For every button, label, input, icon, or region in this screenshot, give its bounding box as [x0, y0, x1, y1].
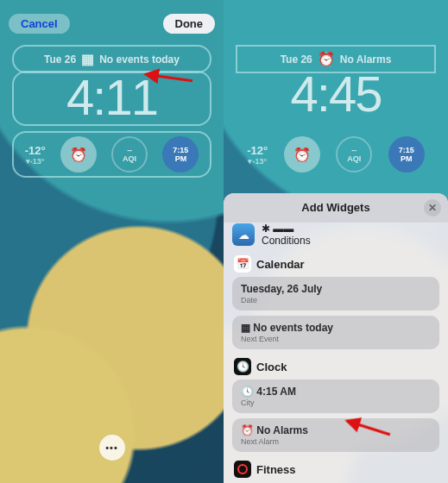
temp-low: -13 [252, 157, 263, 166]
clock-city-widget-option[interactable]: 🕓 4:15 AM City [232, 380, 439, 413]
panel-title: Add Widgets [301, 201, 369, 214]
alarm-icon: ⏰ [293, 147, 311, 163]
clock-time-slot[interactable]: 4:11 [12, 71, 211, 126]
temp-high: -12 [25, 144, 41, 157]
add-widgets-panel: Add Widgets ✕ ☁ ✱ ▬▬ Conditions 📅 Calend… [224, 193, 448, 483]
panel-header: Add Widgets ✕ [224, 193, 448, 223]
date-label: Tue 26 [44, 53, 76, 66]
widgets-slot[interactable]: -12° ▾-13° ⏰ -- AQI 7:15 PM [12, 131, 211, 178]
lockscreen-edit: Cancel Done Tue 26 ▦ No events today 4:1… [0, 0, 224, 483]
calendar-icon: ▦ [81, 51, 94, 67]
weather-label: ✱ ▬▬ [262, 223, 311, 235]
clock-time: 4:45 [236, 69, 436, 121]
calendar-app-icon: 📅 [234, 255, 251, 273]
world-clock-widget[interactable]: 7:15 PM [162, 136, 199, 172]
world-clock-period: PM [401, 154, 413, 163]
world-clock-time: 7:15 [173, 146, 188, 154]
aqi-label: AQI [347, 154, 361, 163]
alarm-icon: ⏰ [70, 147, 87, 163]
fitness-app-icon [234, 461, 251, 478]
date-label: Tue 26 [281, 53, 312, 66]
calendar-section-header: 📅 Calendar [234, 255, 438, 273]
card-title: No Alarms [256, 424, 308, 436]
aqi-widget[interactable]: -- AQI [111, 136, 148, 172]
fitness-section-header: Fitness [234, 461, 438, 478]
weather-widget[interactable]: -12° ▾-13° [25, 144, 46, 166]
aqi-widget[interactable]: -- AQI [336, 136, 372, 172]
calendar-event-widget-option[interactable]: ▦ No events today Next Event [232, 316, 439, 349]
temp-unit: ° [41, 144, 45, 157]
card-title: 4:15 AM [256, 386, 296, 398]
clock-app-icon: 🕓 [234, 358, 251, 375]
date-event-text: No events today [99, 53, 180, 66]
widgets-row: -12° ▾-13° ⏰ -- AQI 7:15 PM [236, 131, 436, 178]
lockscreen-with-panel: Tue 26 ⏰ No Alarms 4:45 -12° ▾-13° ⏰ -- … [224, 0, 448, 483]
weather-widget[interactable]: -12° ▾-13° [247, 144, 268, 166]
fitness-header-text: Fitness [256, 463, 296, 476]
alarm-widget[interactable]: ⏰ [60, 136, 97, 172]
temp-unit: ° [263, 144, 268, 157]
aqi-value: -- [351, 146, 357, 154]
temp-low: -13 [30, 157, 41, 166]
card-caption: Date [241, 296, 431, 304]
aqi-label: AQI [123, 154, 136, 163]
alarm-icon: ⏰ [241, 424, 254, 436]
card-caption: Next Alarm [241, 437, 431, 446]
world-clock-widget[interactable]: 7:15 PM [388, 136, 425, 172]
card-caption: Next Event [241, 335, 431, 343]
world-clock-period: PM [175, 154, 187, 163]
temp-unit: ° [263, 157, 267, 166]
clock-section-header: 🕓 Clock [234, 358, 438, 375]
temp-high: -12 [247, 144, 263, 157]
calendar-header-text: Calendar [256, 258, 305, 271]
calendar-date-widget-option[interactable]: Tuesday, 26 July Date [232, 277, 439, 310]
card-title: Tuesday, 26 July [241, 283, 431, 295]
aqi-value: -- [127, 146, 132, 154]
calendar-icon: ▦ [241, 322, 250, 334]
clock-header-text: Clock [256, 361, 287, 373]
done-button[interactable]: Done [163, 14, 216, 34]
panel-body: ☁ ✱ ▬▬ Conditions 📅 Calendar Tuesday, 26… [224, 223, 448, 483]
clock-alarm-widget-option[interactable]: ⏰ No Alarms Next Alarm [232, 418, 439, 452]
cancel-button[interactable]: Cancel [9, 14, 70, 34]
alarm-widget[interactable]: ⏰ [284, 136, 320, 172]
weather-app-icon: ☁ [232, 223, 255, 246]
world-clock-time: 7:15 [399, 146, 414, 154]
temp-unit: ° [41, 157, 45, 166]
card-title: No events today [253, 322, 333, 334]
close-button[interactable]: ✕ [424, 199, 441, 216]
weather-row[interactable]: ☁ ✱ ▬▬ Conditions [232, 223, 439, 247]
customize-button[interactable]: ••• [99, 435, 125, 461]
date-alarm-text: No Alarms [340, 53, 392, 66]
close-icon: ✕ [428, 202, 437, 214]
weather-caption: Conditions [262, 235, 311, 247]
card-caption: City [241, 398, 431, 407]
clock-icon: 🕓 [241, 386, 254, 398]
